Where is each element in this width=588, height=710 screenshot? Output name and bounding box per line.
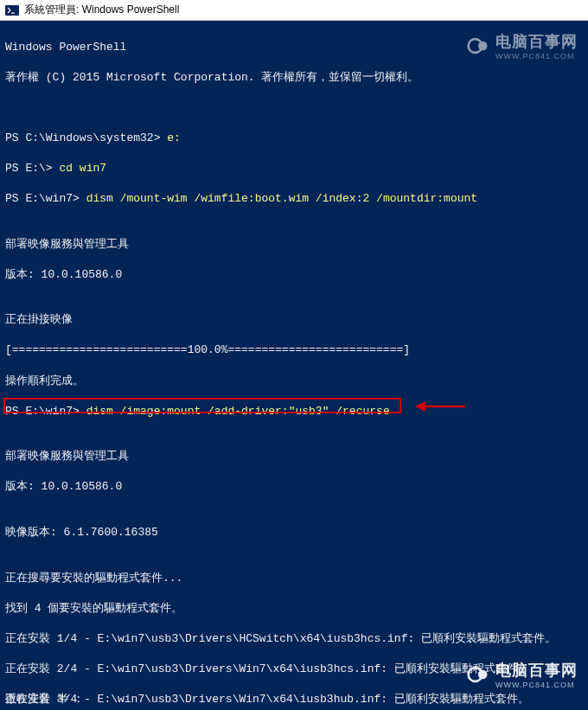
- cmd-line-2: PS E:\> cd win7: [5, 161, 583, 176]
- titlebar-text: 系統管理員: Windows PowerShell: [24, 3, 179, 17]
- cmd-line-4: PS E:\win7> dism /image:mount /add-drive…: [5, 404, 583, 419]
- titlebar: 系統管理員: Windows PowerShell: [0, 0, 588, 21]
- ps-header: Windows PowerShell: [5, 40, 583, 55]
- svg-rect-0: [5, 5, 19, 16]
- cmd-line-3: PS E:\win7> dism /mount-wim /wimfile:boo…: [5, 191, 583, 207]
- progress-bar: [==========================100.0%=======…: [5, 342, 583, 358]
- mounting: 正在掛接映像: [5, 312, 583, 328]
- dism-version: 版本: 10.0.10586.0: [5, 267, 583, 283]
- install-3: 正在安裝 3/4 - E:\win7\usb3\Drivers\Win7\x64…: [5, 692, 583, 707]
- terminal-output[interactable]: Windows PowerShell 著作權 (C) 2015 Microsof…: [0, 21, 588, 710]
- dism-title: 部署映像服務與管理工具: [5, 237, 583, 253]
- install-1: 正在安裝 1/4 - E:\win7\usb3\Drivers\HCSwitch…: [5, 631, 583, 647]
- success: 操作順利完成。: [5, 374, 583, 389]
- ps-copyright: 著作權 (C) 2015 Microsoft Corporation. 著作權所…: [5, 70, 583, 86]
- image-version: 映像版本: 6.1.7600.16385: [5, 525, 583, 540]
- ime-status: 微軟注音 半 :: [5, 691, 81, 707]
- cmd-line-1: PS C:\Windows\system32> e:: [5, 131, 583, 146]
- install-2: 正在安裝 2/4 - E:\win7\usb3\Drivers\Win7\x64…: [5, 662, 583, 677]
- powershell-icon: [5, 3, 19, 17]
